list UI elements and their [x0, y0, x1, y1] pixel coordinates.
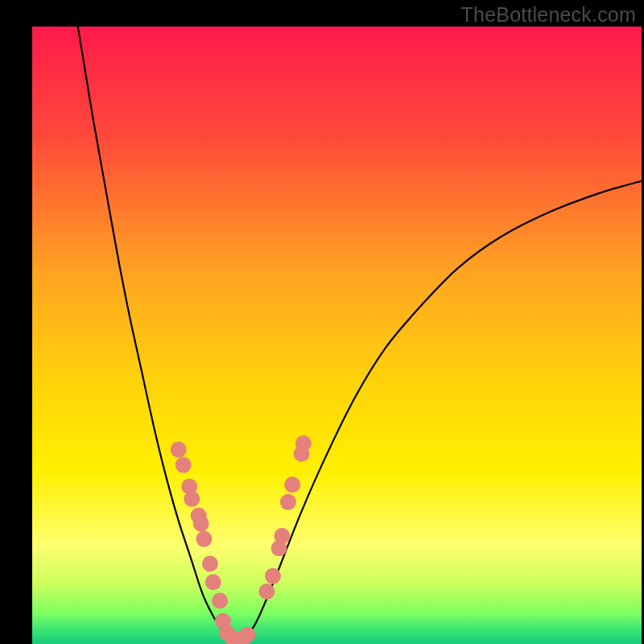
data-marker	[280, 494, 296, 510]
data-marker	[258, 584, 275, 600]
data-marker	[193, 515, 209, 531]
data-marker	[184, 491, 200, 507]
bottleneck-chart	[0, 0, 644, 644]
gradient-background	[32, 27, 642, 644]
data-marker	[205, 574, 221, 590]
data-marker	[239, 627, 255, 643]
data-marker	[212, 592, 228, 609]
data-marker	[196, 531, 213, 547]
data-marker	[175, 457, 192, 473]
data-marker	[171, 441, 187, 457]
watermark-text: TheBottleneck.com	[461, 3, 636, 27]
data-marker	[295, 436, 312, 452]
data-marker	[265, 568, 281, 584]
chart-frame: TheBottleneck.com	[0, 0, 644, 644]
data-marker	[274, 528, 290, 544]
data-marker	[202, 555, 218, 572]
data-marker	[284, 477, 300, 493]
